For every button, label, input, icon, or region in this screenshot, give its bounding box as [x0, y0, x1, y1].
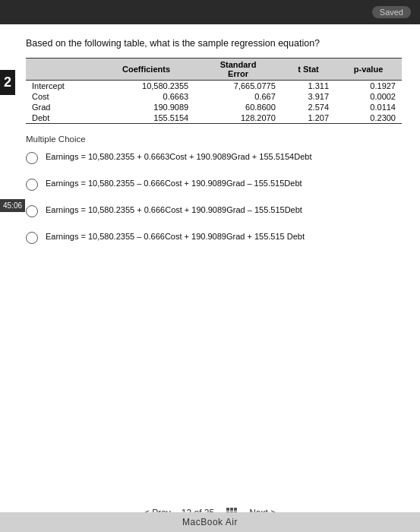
row-coeff: 155.5154 [98, 112, 194, 124]
choice-text: Earnings = 10,580.2355 – 0.666Cost + 190… [46, 178, 302, 189]
row-tstat: 1.311 [282, 81, 335, 92]
choice-item[interactable]: Earnings = 10,580.2355 – 0.666Cost + 190… [26, 178, 402, 191]
saved-badge: Saved [372, 6, 411, 18]
row-pval: 0.0114 [335, 102, 402, 112]
row-coeff: 190.9089 [98, 102, 194, 112]
col-header-standard-error: StandardError [194, 59, 282, 81]
timer: 45:06 [0, 199, 25, 212]
row-pval: 0.1927 [335, 81, 402, 92]
table-row: Grad 190.9089 60.8600 2.574 0.0114 [26, 102, 402, 112]
choice-text: Earnings = 10,580.2355 – 0.666Cost + 190… [46, 231, 305, 242]
choice-item[interactable]: Earnings = 10,580.2355 + 0.666Cost + 190… [26, 204, 402, 217]
col-header-tstat: t Stat [282, 59, 335, 81]
choice-text: Earnings = 10,580.2355 + 0.666Cost + 190… [46, 204, 302, 216]
row-pval: 0.0002 [335, 91, 402, 102]
row-coeff: 10,580.2355 [98, 81, 194, 92]
row-coeff: 0.6663 [98, 91, 194, 102]
radio-button[interactable] [26, 205, 38, 217]
exam-area: 2 45:06 Based on the following table, wh… [0, 24, 420, 532]
row-tstat: 1.207 [282, 112, 335, 124]
radio-button[interactable] [26, 152, 38, 164]
row-tstat: 3.917 [282, 91, 335, 102]
choice-text: Earnings = 10,580.2355 + 0.6663Cost + 19… [46, 151, 311, 163]
macbook-label: MacBook Air [0, 512, 420, 532]
row-label: Intercept [26, 81, 98, 92]
radio-button[interactable] [26, 179, 38, 191]
section-label: Multiple Choice [18, 135, 402, 144]
row-se: 0.667 [194, 91, 282, 102]
row-se: 60.8600 [194, 102, 282, 112]
main-content: 2 45:06 Based on the following table, wh… [0, 24, 420, 532]
question-number: 2 [0, 70, 15, 95]
radio-button[interactable] [26, 232, 38, 244]
row-se: 128.2070 [194, 112, 282, 124]
choice-item[interactable]: Earnings = 10,580.2355 + 0.6663Cost + 19… [26, 151, 402, 164]
table-row: Intercept 10,580.2355 7,665.0775 1.311 0… [26, 81, 402, 92]
row-label: Debt [26, 112, 98, 124]
choices-container: Earnings = 10,580.2355 + 0.6663Cost + 19… [18, 151, 402, 244]
row-tstat: 2.574 [282, 102, 335, 112]
table-row: Cost 0.6663 0.667 3.917 0.0002 [26, 91, 402, 102]
row-label: Cost [26, 91, 98, 102]
table-row: Debt 155.5154 128.2070 1.207 0.2300 [26, 112, 402, 124]
col-header-label [26, 59, 98, 81]
col-header-coefficients: Coefficients [98, 59, 194, 81]
row-pval: 0.2300 [335, 112, 402, 124]
row-label: Grad [26, 102, 98, 112]
col-header-pvalue: p-value [335, 59, 402, 81]
regression-table: Coefficients StandardError t Stat p-valu… [18, 58, 402, 124]
choice-item[interactable]: Earnings = 10,580.2355 – 0.666Cost + 190… [26, 231, 402, 244]
row-se: 7,665.0775 [194, 81, 282, 92]
question-text: Based on the following table, what is th… [18, 38, 402, 49]
top-bar: Saved [0, 0, 420, 24]
